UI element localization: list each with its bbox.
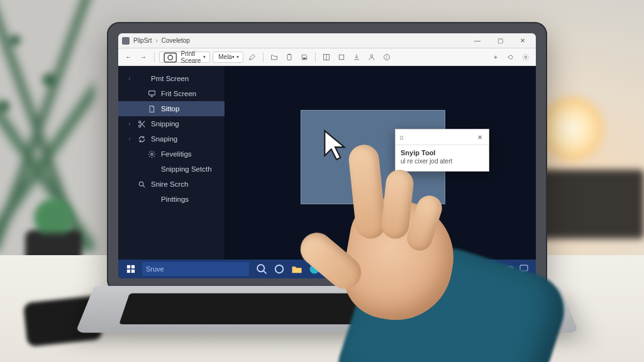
popup-description: ul re cixer jod atert bbox=[396, 158, 489, 171]
tray-wifi-icon[interactable] bbox=[506, 265, 514, 273]
plus-icon: ＋ bbox=[492, 53, 499, 62]
toolbar-mela-dropdown[interactable]: Mela• ▾ bbox=[213, 52, 243, 63]
sidebar-item-4[interactable]: ›Snaping bbox=[118, 131, 225, 146]
tray-notifications-icon[interactable] bbox=[519, 265, 528, 273]
folder-icon bbox=[270, 53, 278, 61]
toolbar-edit-button[interactable] bbox=[246, 51, 258, 63]
editor-canvas[interactable]: ⌂ ✕ Snyip Tool ul re cixer jod atert bbox=[225, 66, 536, 260]
app-body: ‹Pmt ScreenFrit ScreenSittop‹Snipping›Sn… bbox=[118, 66, 536, 260]
toolbar-save-button[interactable] bbox=[298, 51, 311, 63]
taskbar-search[interactable] bbox=[142, 262, 249, 276]
laptop-screen-bezel: PlipSrt › Coveletop — ▢ ✕ ← → Printl Sce… bbox=[107, 22, 547, 292]
toolbar-grid-button[interactable] bbox=[320, 51, 333, 63]
nav-back-button[interactable]: ← bbox=[122, 51, 135, 63]
windows-logo-icon bbox=[126, 265, 135, 273]
sidebar-item-label: Pinttings bbox=[161, 195, 189, 203]
toolbar-add-button[interactable]: ＋ bbox=[489, 51, 502, 63]
sidebar-item-5[interactable]: Fevelitigs bbox=[118, 146, 225, 162]
toolbar-clipboard-button[interactable] bbox=[283, 51, 296, 63]
toolbar-saveas-button[interactable] bbox=[335, 51, 348, 63]
toolbar-download-button[interactable] bbox=[350, 51, 363, 63]
svg-rect-7 bbox=[289, 53, 291, 55]
tray-battery-icon[interactable] bbox=[492, 265, 501, 273]
svg-rect-39 bbox=[499, 268, 499, 270]
popup-title: Snyip Tool bbox=[396, 145, 489, 158]
laptop-keyboard bbox=[75, 286, 579, 332]
refresh-icon bbox=[507, 53, 514, 61]
monitor-icon bbox=[147, 89, 156, 98]
breadcrumb-segment-2[interactable]: Coveletop bbox=[162, 37, 190, 44]
window-maximize-button[interactable]: ▢ bbox=[491, 33, 509, 48]
taskbar-search-input[interactable] bbox=[146, 265, 245, 273]
blank-icon bbox=[147, 195, 156, 204]
sidebar-item-6[interactable]: Snipping Setcth bbox=[118, 162, 225, 177]
battery-icon bbox=[492, 266, 501, 272]
svg-rect-17 bbox=[148, 90, 155, 95]
sidebar-item-label: Snire Scrch bbox=[151, 180, 188, 188]
sidebar-item-2[interactable]: Sittop bbox=[118, 101, 225, 116]
start-button[interactable] bbox=[121, 260, 141, 278]
svg-rect-40 bbox=[493, 268, 497, 270]
chevron-down-icon: ▾ bbox=[203, 54, 206, 60]
popup-close-button[interactable]: ✕ bbox=[475, 132, 485, 142]
sidebar-item-8[interactable]: Pinttings bbox=[118, 192, 225, 207]
toolbar-refresh-button[interactable] bbox=[504, 51, 517, 63]
svg-point-16 bbox=[525, 56, 526, 58]
gear-icon bbox=[522, 53, 530, 61]
sidebar-item-3[interactable]: ‹Snipping bbox=[118, 116, 225, 131]
blank-icon bbox=[147, 165, 156, 173]
scissors-icon bbox=[137, 119, 146, 128]
sidebar-item-0[interactable]: ‹Pmt Screen bbox=[118, 71, 225, 86]
os-taskbar bbox=[118, 260, 536, 278]
toolbar-folder-button[interactable] bbox=[268, 51, 280, 63]
decor-lamp bbox=[537, 94, 606, 163]
svg-rect-41 bbox=[520, 265, 528, 271]
svg-point-34 bbox=[275, 265, 284, 273]
popup-header: ⌂ ✕ bbox=[396, 129, 489, 145]
svg-point-21 bbox=[138, 125, 140, 127]
toolbar-divider bbox=[315, 52, 316, 62]
sidebar-item-label: Snipping Setcth bbox=[161, 165, 212, 173]
svg-marker-27 bbox=[325, 131, 344, 160]
camera-icon bbox=[162, 49, 179, 65]
toolbar-user-button[interactable] bbox=[365, 51, 378, 63]
toolbar-info-button[interactable] bbox=[380, 51, 393, 63]
sidebar-item-7[interactable]: Snire Scrch bbox=[118, 177, 225, 192]
user-icon bbox=[368, 53, 375, 61]
toolbar-divider bbox=[154, 52, 155, 62]
window-close-button[interactable]: ✕ bbox=[513, 33, 532, 48]
nav-forward-button[interactable]: → bbox=[137, 51, 150, 63]
window-minimize-button[interactable]: — bbox=[468, 33, 487, 48]
breadcrumb-segment-1[interactable]: PlipSrt bbox=[133, 37, 152, 44]
taskbar-cortana-icon[interactable] bbox=[273, 263, 286, 275]
search-icon bbox=[255, 263, 268, 275]
notification-icon bbox=[519, 265, 528, 273]
window-titlebar: PlipSrt › Coveletop — ▢ ✕ bbox=[118, 33, 536, 48]
wifi-icon bbox=[506, 266, 514, 273]
sidebar-item-label: Fevelitigs bbox=[161, 150, 192, 158]
svg-point-20 bbox=[138, 121, 140, 123]
svg-rect-30 bbox=[127, 270, 130, 273]
blank-icon bbox=[137, 74, 146, 83]
clipboard-icon bbox=[286, 53, 293, 61]
sidebar-item-label: Sittop bbox=[161, 105, 179, 112]
svg-point-12 bbox=[371, 54, 374, 57]
toolbar-printscreen-label: Printl Sceare bbox=[181, 50, 201, 64]
sidebar-item-1[interactable]: Frit Screen bbox=[118, 86, 225, 101]
taskbar-chrome-icon[interactable] bbox=[326, 263, 338, 275]
pencil-icon bbox=[248, 53, 256, 61]
svg-rect-8 bbox=[303, 57, 306, 58]
svg-point-37 bbox=[330, 267, 334, 271]
toolbar-printscreen-dropdown[interactable]: Printl Sceare ▾ bbox=[159, 52, 210, 63]
toolbar-settings-button[interactable] bbox=[519, 51, 532, 63]
taskbar-edge-icon[interactable] bbox=[308, 263, 321, 275]
taskbar-explorer-icon[interactable] bbox=[291, 263, 303, 275]
sidebar-item-label: Snipping bbox=[151, 120, 179, 128]
taskbar-search-icon[interactable] bbox=[255, 263, 268, 275]
chevron-icon: ‹ bbox=[127, 75, 132, 82]
svg-point-32 bbox=[257, 265, 264, 272]
disk-icon bbox=[338, 53, 345, 61]
sidebar-item-label: Snaping bbox=[151, 135, 177, 143]
circle-icon bbox=[273, 263, 286, 275]
svg-line-33 bbox=[264, 271, 266, 273]
